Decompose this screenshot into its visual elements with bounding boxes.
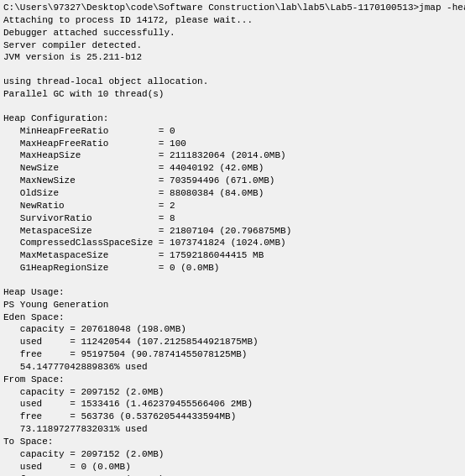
terminal-line-6: using thread-local object allocation. <box>3 76 462 88</box>
terminal-line-33: free = 563736 (0.537620544433594MB) <box>3 411 462 423</box>
terminal-line-3: Server compiler detected. <box>3 39 462 52</box>
terminal-line-15: OldSize = 88080384 (84.0MB) <box>3 187 462 200</box>
terminal-line-35: To Space: <box>3 436 462 448</box>
terminal-line-28: free = 95197504 (90.78741455078125MB) <box>3 348 462 361</box>
terminal-line-4: JVM version is 25.211-b12 <box>3 51 462 64</box>
terminal-line-10: MinHeapFreeRatio = 0 <box>3 125 462 138</box>
terminal-line-8 <box>3 101 462 112</box>
terminal-line-5 <box>3 64 462 76</box>
terminal-line-26: capacity = 207618048 (198.0MB) <box>3 323 462 336</box>
terminal-line-1: Attaching to process ID 14172, please wa… <box>3 14 462 27</box>
terminal-line-9: Heap Configuration: <box>3 112 462 125</box>
terminal-line-23: Heap Usage: <box>3 286 462 299</box>
terminal-line-2: Debugger attached successfully. <box>3 27 462 39</box>
terminal-line-32: used = 1533416 (1.462379455566406 2MB) <box>3 398 462 411</box>
terminal-line-24: PS Young Generation <box>3 299 462 311</box>
terminal-line-25: Eden Space: <box>3 311 462 324</box>
terminal-line-17: SurvivorRatio = 8 <box>3 212 462 225</box>
terminal-line-37: used = 0 (0.0MB) <box>3 461 462 473</box>
terminal-line-29: 54.14777042889836% used <box>3 361 462 374</box>
terminal-line-21: G1HeapRegionSize = 0 (0.0MB) <box>3 262 462 275</box>
terminal-line-11: MaxHeapFreeRatio = 100 <box>3 138 462 150</box>
terminal-line-34: 73.11897277832031% used <box>3 423 462 436</box>
terminal-line-18: MetaspaceSize = 21807104 (20.796875MB) <box>3 225 462 238</box>
terminal-line-38: free = 2097152 (2.0MB) <box>3 473 462 476</box>
terminal-line-16: NewRatio = 2 <box>3 200 462 212</box>
terminal-line-7: Parallel GC with 10 thread(s) <box>3 88 462 101</box>
terminal-line-27: used = 112420544 (107.21258544921875MB) <box>3 336 462 348</box>
terminal-line-14: MaxNewSize = 703594496 (671.0MB) <box>3 175 462 187</box>
terminal-line-19: CompressedClassSpaceSize = 1073741824 (1… <box>3 237 462 249</box>
terminal-line-12: MaxHeapSize = 2111832064 (2014.0MB) <box>3 149 462 162</box>
terminal-output: C:\Users\97327\Desktop\code\Software Con… <box>0 0 465 476</box>
terminal-line-36: capacity = 2097152 (2.0MB) <box>3 448 462 461</box>
terminal-line-20: MaxMetaspaceSize = 17592186044415 MB <box>3 249 462 262</box>
terminal-line-0: C:\Users\97327\Desktop\code\Software Con… <box>3 2 462 14</box>
terminal-line-22 <box>3 275 462 286</box>
terminal-line-30: From Space: <box>3 374 462 386</box>
terminal-line-13: NewSize = 44040192 (42.0MB) <box>3 162 462 175</box>
terminal-line-31: capacity = 2097152 (2.0MB) <box>3 386 462 399</box>
